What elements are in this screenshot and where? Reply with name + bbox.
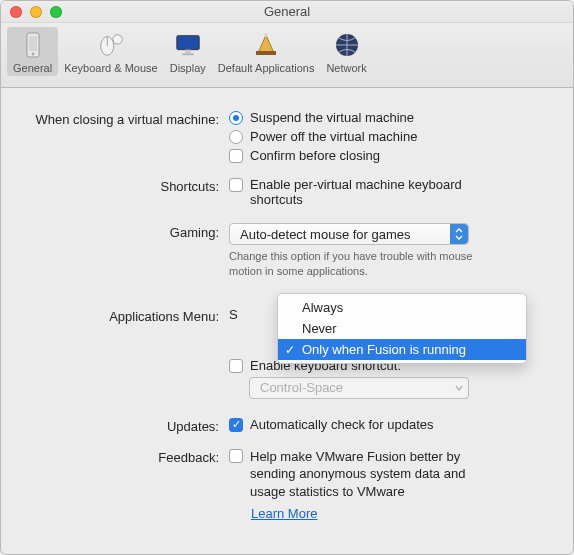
radio-suspend[interactable] (229, 111, 243, 125)
minimize-window-button[interactable] (30, 6, 42, 18)
check-feedback-label: Help make VMware Fusion better by sendin… (250, 448, 500, 501)
check-enable-keyboard-shortcut[interactable] (229, 359, 243, 373)
check-auto-updates-label: Automatically check for updates (250, 417, 434, 432)
tab-label: Display (170, 62, 206, 74)
appmenu-select-truncated: S (229, 307, 238, 322)
tab-label: Keyboard & Mouse (64, 62, 158, 74)
tab-display[interactable]: Display (164, 27, 212, 76)
learn-more-link[interactable]: Learn More (251, 506, 317, 521)
content-area: When closing a virtual machine: Suspend … (1, 88, 573, 554)
radio-suspend-label: Suspend the virtual machine (250, 110, 414, 125)
svg-rect-9 (256, 51, 276, 55)
check-feedback[interactable] (229, 449, 243, 463)
dropdown-option-never[interactable]: Never (278, 318, 526, 339)
window-controls (1, 6, 62, 18)
keyboard-shortcut-value: Control-Space (260, 380, 343, 395)
appmenu-dropdown: Always Never ✓Only when Fusion is runnin… (277, 293, 527, 364)
dropdown-option-only-running[interactable]: ✓Only when Fusion is running (278, 339, 526, 360)
svg-rect-1 (29, 36, 37, 51)
tab-keyboard-mouse[interactable]: Keyboard & Mouse (58, 27, 164, 76)
radio-poweroff-label: Power off the virtual machine (250, 129, 417, 144)
gaming-label: Gaming: (29, 223, 229, 240)
check-per-vm-shortcuts-label: Enable per-virtual machine keyboard shor… (250, 177, 490, 207)
tab-label: General (13, 62, 52, 74)
gaming-select[interactable]: Auto-detect mouse for games (229, 223, 469, 245)
svg-rect-6 (177, 36, 199, 50)
dropdown-option-always[interactable]: Always (278, 297, 526, 318)
gaming-hint: Change this option if you have trouble w… (229, 249, 489, 279)
tab-default-applications[interactable]: Default Applications (212, 27, 321, 76)
chevron-down-icon (450, 378, 468, 398)
gaming-select-value: Auto-detect mouse for games (240, 227, 411, 242)
close-window-button[interactable] (10, 6, 22, 18)
feedback-label: Feedback: (29, 448, 229, 465)
preferences-window: General General Keyboard & Mouse Display… (0, 0, 574, 555)
close-vm-label: When closing a virtual machine: (29, 110, 229, 127)
titlebar: General (1, 1, 573, 23)
check-per-vm-shortcuts[interactable] (229, 178, 243, 192)
shortcuts-label: Shortcuts: (29, 177, 229, 194)
keyboard-shortcut-select: Control-Space (249, 377, 469, 399)
svg-point-2 (31, 53, 34, 56)
preferences-toolbar: General Keyboard & Mouse Display Default… (1, 23, 573, 88)
updates-label: Updates: (29, 417, 229, 434)
svg-point-10 (264, 33, 268, 37)
check-icon: ✓ (285, 343, 295, 357)
svg-rect-8 (182, 53, 193, 55)
tab-label: Default Applications (218, 62, 315, 74)
network-icon (333, 31, 361, 59)
apps-icon (252, 31, 280, 59)
phone-icon (19, 31, 47, 59)
window-title: General (1, 4, 573, 19)
svg-rect-7 (185, 50, 191, 54)
display-icon (174, 31, 202, 59)
zoom-window-button[interactable] (50, 6, 62, 18)
svg-point-4 (113, 35, 122, 44)
tab-label: Network (326, 62, 366, 74)
tab-general[interactable]: General (7, 27, 58, 76)
tab-network[interactable]: Network (320, 27, 372, 76)
check-confirm-close[interactable] (229, 149, 243, 163)
check-confirm-close-label: Confirm before closing (250, 148, 380, 163)
appmenu-label: Applications Menu: (29, 307, 229, 324)
chevron-updown-icon (450, 224, 468, 244)
check-auto-updates[interactable] (229, 418, 243, 432)
mouse-icon (97, 31, 125, 59)
radio-poweroff[interactable] (229, 130, 243, 144)
